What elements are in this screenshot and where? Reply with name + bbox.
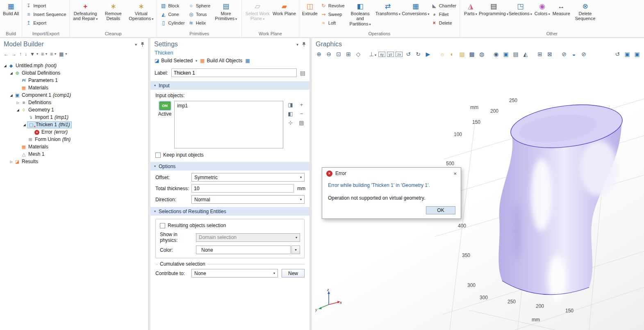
chamfer-button[interactable]: ◣Chamfer (430, 1, 458, 10)
wireframe-rendering-icon[interactable]: ▩ (468, 51, 476, 57)
offset-select[interactable]: Symmetric ▾ (191, 173, 305, 182)
insert-sequence-button[interactable]: ≡Insert Sequence (24, 10, 68, 18)
hide-selected-icon[interactable]: ⊘ (560, 51, 568, 57)
columns-button[interactable]: ▦▾ (59, 51, 67, 57)
pin-icon[interactable] (141, 42, 144, 47)
expand-icon[interactable]: ◢ (22, 123, 27, 127)
add-icon[interactable]: + (300, 102, 303, 108)
section-input[interactable]: ▾ Input (150, 81, 309, 90)
go-to-zx-view-icon[interactable]: zx (396, 52, 403, 57)
cylinder-button[interactable]: ▯Cylinder (159, 18, 186, 27)
virtual-operations-button[interactable]: ∗ Virtual Operations▾ (127, 0, 155, 28)
panel-menu-icon[interactable]: ▾ (296, 42, 298, 47)
collapse-icon[interactable]: ▷ (15, 101, 20, 105)
input-object-item[interactable]: imp1 (177, 103, 280, 109)
zoom-extents-icon[interactable]: ⊡ (335, 51, 343, 57)
close-icon[interactable]: × (453, 171, 457, 177)
cone-button[interactable]: ◭Cone (159, 10, 186, 18)
tree-item-parameters[interactable]: Pi Parameters 1 (2, 77, 148, 84)
filter-button[interactable]: ▼▾ (30, 51, 38, 57)
tree-item-root[interactable]: ◢ ◆ Untitled.mph(root) (2, 62, 148, 69)
selection-list-icon[interactable]: ▤ (299, 120, 304, 126)
active-toggle[interactable]: ON (159, 102, 171, 110)
back-button[interactable]: ← (4, 51, 9, 57)
block-button[interactable]: ▧Block (159, 1, 186, 10)
tree-item-import-1[interactable]: ↴ Import 1(imp1) (2, 114, 148, 121)
transparency-icon[interactable]: ◍ (478, 51, 486, 57)
ok-button[interactable]: OK (426, 206, 455, 214)
show-hidden-icon[interactable]: ◒ (570, 51, 578, 57)
plot-window-2-icon[interactable]: ▣ (633, 51, 641, 57)
input-objects-list[interactable]: imp1 (174, 101, 283, 148)
measure-button[interactable]: ↔ Measure (551, 0, 571, 28)
move-down-button[interactable]: ↓ (25, 51, 27, 57)
snapshot-icon[interactable]: ◉ (492, 51, 500, 57)
delete-button[interactable]: ×Delete (430, 18, 458, 27)
delete-sequence-button[interactable]: ⊗ Delete Sequence (571, 0, 599, 28)
keep-input-objects-checkbox[interactable] (155, 152, 161, 158)
selections-button[interactable]: ◳ Selections▾ (507, 0, 533, 28)
camera-movie-icon[interactable]: ▶ (424, 51, 432, 57)
environment-reflections-icon[interactable]: ◐ (448, 51, 456, 57)
remove-details-button[interactable]: ∗ Remove Details (99, 0, 127, 28)
extrude-button[interactable]: ◫ Extrude (301, 0, 319, 28)
defeaturing-and-repair-button[interactable]: + Defeaturing and Repair▾ (71, 0, 99, 28)
scene-light-icon[interactable]: ☼ (438, 51, 446, 57)
expand-icon[interactable]: ◢ (15, 108, 20, 112)
error-dialog-titlebar[interactable]: × Error × (322, 168, 461, 179)
transforms-button[interactable]: ⇄ Transforms▾ (374, 0, 402, 28)
tree-item-results[interactable]: ▷ ◪ Results (2, 158, 148, 165)
tree-item-materials-component[interactable]: ▦ Materials (2, 143, 148, 150)
color-select[interactable]: None (196, 246, 291, 254)
zoom-out-icon[interactable]: ⊖ (325, 51, 333, 57)
torus-button[interactable]: ◎Torus (187, 10, 212, 18)
loft-button[interactable]: ≈Loft (319, 18, 346, 27)
tree-item-definitions[interactable]: ▷ ≡ Definitions (2, 99, 148, 106)
rotate-counterclockwise-icon[interactable]: ↺ (404, 51, 412, 57)
build-selected-button[interactable]: ◪ Build Selected ▾ (155, 58, 197, 64)
tree-item-thicken-1[interactable]: ◢ ▢× Thicken 1(thi1) (2, 121, 148, 128)
tree-item-mesh-1[interactable]: △ Mesh 1 (2, 150, 148, 158)
tree-item-form-union[interactable]: ⊞ Form Union(fin) (2, 136, 148, 143)
new-button[interactable]: New (282, 269, 305, 278)
graphics-canvas[interactable]: mm 250 200 150 100 500 400 350 300 300 2… (312, 59, 644, 330)
remove-icon[interactable]: − (300, 111, 303, 117)
forward-button[interactable]: → (11, 51, 16, 57)
move-up-button[interactable]: ↑ (19, 51, 22, 57)
section-selections-of-resulting-entities[interactable]: ▾ Selections of Resulting Entities (150, 207, 309, 216)
build-all-objects-button[interactable]: ▦ Build All Objects (200, 58, 242, 64)
rename-icon[interactable]: ▤ (300, 70, 305, 76)
tree-item-global-definitions[interactable]: ◢ ⊛ Global Definitions (2, 69, 148, 77)
direction-select[interactable]: Normal ▾ (191, 195, 305, 204)
zoom-in-icon[interactable]: ⊕ (315, 51, 323, 57)
resulting-objects-selection-checkbox[interactable] (160, 223, 165, 228)
print-icon[interactable]: ▤ (512, 51, 520, 57)
plot-window-1-icon[interactable]: ▣ (623, 51, 631, 57)
collapse-all-button[interactable]: ≡▾ (41, 51, 47, 57)
select-entities-icon[interactable]: ⊞ (536, 51, 544, 57)
booleans-and-partitions-button[interactable]: ◧ Booleans and Partitions▾ (346, 0, 374, 28)
label-input[interactable] (171, 68, 297, 77)
expand-icon[interactable]: ◢ (9, 71, 14, 75)
go-to-default-view-icon[interactable]: ◇ (354, 51, 362, 57)
fillet-button[interactable]: ◕Fillet (430, 10, 458, 18)
programming-button[interactable]: ▤ Programming▾ (480, 0, 507, 28)
revolve-button[interactable]: ↻Revolve (319, 1, 346, 10)
zoom-to-selection-icon[interactable]: ⊹ (288, 120, 293, 126)
expand-icon[interactable]: ◢ (9, 93, 14, 97)
total-thickness-input[interactable] (191, 184, 294, 193)
go-to-xy-view-icon[interactable]: xy (378, 52, 385, 57)
collapse-icon[interactable]: ▷ (9, 160, 14, 164)
3d-geometry-object[interactable] (498, 99, 625, 303)
pin-icon[interactable] (302, 42, 306, 47)
section-options[interactable]: ▾ Options (150, 162, 309, 171)
build-all-button[interactable]: ▦ Build All (2, 0, 20, 28)
expand-icon[interactable]: ◢ (2, 64, 8, 68)
selected-tree-item[interactable]: ▢× Thicken 1(thi1) (27, 121, 72, 128)
record-animation-icon[interactable]: ◭ (521, 51, 530, 57)
zoom-to-selection-icon[interactable]: ⊞ (344, 51, 353, 57)
copy-icon[interactable]: ◨ (288, 102, 293, 108)
color-select-arrow-button[interactable]: ▾ (291, 246, 300, 254)
expand-all-button[interactable]: ≡▾ (50, 51, 56, 57)
parts-button[interactable]: ◮ Parts▾ (462, 0, 480, 28)
